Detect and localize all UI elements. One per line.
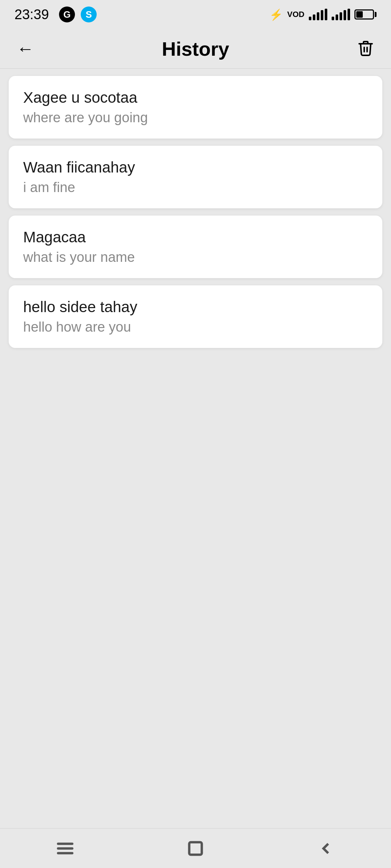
nav-menu-button[interactable] <box>47 836 83 861</box>
battery-icon <box>354 9 377 20</box>
history-item[interactable]: Waan fiicanahayi am fine <box>9 146 382 208</box>
skype-icon: S <box>81 7 97 22</box>
status-right-icons: ⚡ VOD <box>269 8 377 21</box>
history-primary-1: Waan fiicanahay <box>23 159 368 176</box>
trash-icon <box>357 39 374 58</box>
history-item[interactable]: Magacaawhat is your name <box>9 216 382 278</box>
history-list: Xagee u socotaawhere are you goingWaan f… <box>0 69 391 828</box>
signal-bars-2 <box>332 9 350 20</box>
history-secondary-1: i am fine <box>23 180 368 195</box>
back-nav-icon <box>316 839 335 858</box>
history-secondary-0: where are you going <box>23 110 368 125</box>
history-item[interactable]: Xagee u socotaawhere are you going <box>9 76 382 139</box>
history-secondary-2: what is your name <box>23 250 368 265</box>
nav-home-button[interactable] <box>177 836 214 861</box>
history-primary-0: Xagee u socotaa <box>23 89 368 106</box>
delete-all-button[interactable] <box>355 38 377 60</box>
home-icon <box>186 839 205 858</box>
history-item[interactable]: hello sidee tahayhello how are you <box>9 285 382 348</box>
volte-icon: VOD <box>287 10 304 19</box>
nav-back-button[interactable] <box>308 836 344 861</box>
back-button[interactable]: ← <box>14 38 36 60</box>
menu-icon <box>56 839 75 858</box>
status-bar: 23:39 G S ⚡ VOD <box>0 0 391 29</box>
history-primary-2: Magacaa <box>23 229 368 246</box>
status-app-icons: G S <box>59 7 97 22</box>
history-primary-3: hello sidee tahay <box>23 298 368 316</box>
status-left: 23:39 G S <box>14 7 97 22</box>
bottom-navigation <box>0 828 391 868</box>
app-header: ← History <box>0 29 391 69</box>
history-secondary-3: hello how are you <box>23 319 368 335</box>
svg-rect-3 <box>189 842 202 855</box>
back-arrow-icon: ← <box>17 40 34 58</box>
status-time: 23:39 <box>14 7 49 22</box>
google-icon: G <box>59 7 75 22</box>
bluetooth-icon: ⚡ <box>269 8 283 21</box>
page-title: History <box>162 38 229 60</box>
signal-bars-1 <box>309 9 327 20</box>
